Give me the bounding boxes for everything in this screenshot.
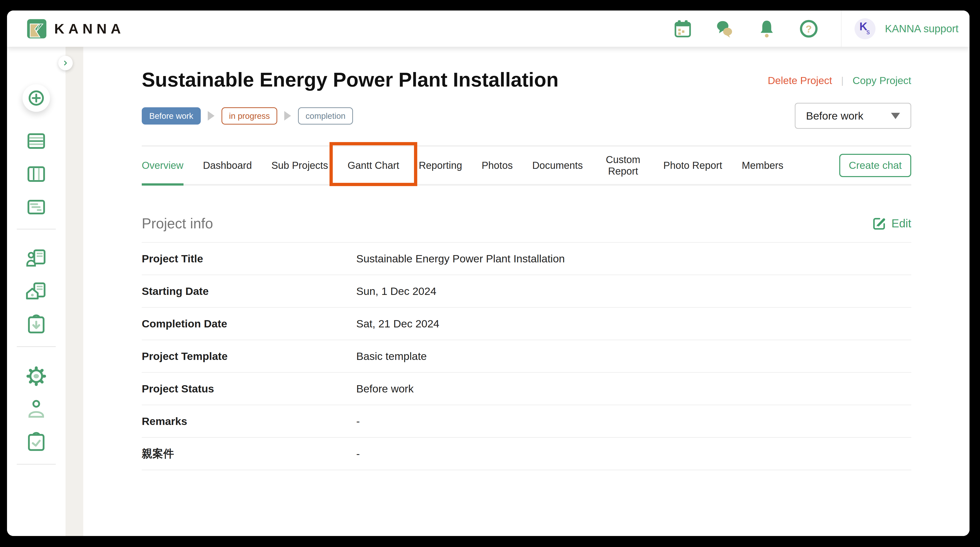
kanban-columns-icon <box>24 162 48 186</box>
sidebar-divider <box>17 346 56 347</box>
status-badge-before-work[interactable]: Before work <box>142 107 201 124</box>
clipboard-download-icon <box>24 313 48 336</box>
row-label: Completion Date <box>142 317 356 330</box>
header-divider <box>841 11 842 47</box>
sidebar-divider <box>17 229 56 230</box>
avatar[interactable]: K s <box>854 18 875 39</box>
status-flow: Before work in progress completion Befor… <box>142 103 911 129</box>
flow-arrow-icon <box>284 111 291 121</box>
kanna-logo[interactable]: KANNA <box>26 18 125 39</box>
tab-sub-projects[interactable]: Sub Projects <box>271 147 328 184</box>
table-row: Project Title Sustainable Energy Power P… <box>142 242 911 274</box>
person-icon <box>24 397 48 421</box>
kanna-logo-icon <box>26 18 47 39</box>
plus-circle-icon <box>27 89 46 108</box>
row-value: Before work <box>356 383 414 395</box>
gear-icon <box>24 364 48 388</box>
calendar-icon[interactable] <box>673 19 692 38</box>
tab-dashboard[interactable]: Dashboard <box>203 147 252 184</box>
user-name[interactable]: KANNA support <box>885 23 958 35</box>
flow-arrow-icon <box>208 111 215 121</box>
edit-button-label: Edit <box>891 217 911 230</box>
table-row: Completion Date Sat, 21 Dec 2024 <box>142 307 911 340</box>
tab-overview[interactable]: Overview <box>142 147 183 184</box>
row-label: Project Title <box>142 253 356 265</box>
row-value: Sustainable Energy Power Plant Installat… <box>356 253 565 265</box>
sidebar-item-create-project[interactable] <box>22 84 50 112</box>
tab-gantt-chart[interactable]: Gantt Chart <box>347 147 399 184</box>
tab-photo-report[interactable]: Photo Report <box>663 147 722 184</box>
top-header: KANNA <box>7 11 969 47</box>
edit-button[interactable]: Edit <box>872 216 911 230</box>
sidebar-item-tasks[interactable] <box>24 431 48 454</box>
row-label: Remarks <box>142 415 356 427</box>
tab-reporting[interactable]: Reporting <box>419 147 462 184</box>
edit-pencil-icon <box>872 216 886 230</box>
row-value: - <box>356 415 360 427</box>
row-label: Project Template <box>142 350 356 362</box>
bell-icon[interactable] <box>757 19 776 38</box>
row-value: Sun, 1 Dec 2024 <box>356 285 436 297</box>
sidebar <box>7 47 65 536</box>
table-row: 親案件 - <box>142 437 911 470</box>
table-row: Project Template Basic template <box>142 340 911 372</box>
tab-documents[interactable]: Documents <box>532 147 583 184</box>
tab-gantt-chart-label: Gantt Chart <box>347 159 399 171</box>
svg-text:?: ? <box>805 23 812 35</box>
report-card-icon <box>24 195 48 219</box>
row-label: Starting Date <box>142 285 356 297</box>
sidebar-item-settings[interactable] <box>24 364 48 388</box>
brand-wordmark: KANNA <box>54 21 125 37</box>
table-row: Project Status Before work <box>142 372 911 405</box>
actions-separator: | <box>841 75 843 86</box>
status-badge-in-progress[interactable]: in progress <box>221 107 277 124</box>
help-icon[interactable]: ? <box>799 19 818 38</box>
sidebar-divider <box>17 464 56 464</box>
table-row: Remarks - <box>142 405 911 437</box>
project-info-table: Project Title Sustainable Energy Power P… <box>142 242 911 470</box>
app-window: KANNA <box>7 11 969 536</box>
sidebar-item-inbox-import[interactable] <box>24 313 48 336</box>
status-badge-completion[interactable]: completion <box>298 107 353 124</box>
avatar-initial-top: K <box>859 20 867 33</box>
project-actions: Delete Project | Copy Project <box>768 75 911 86</box>
clipboard-check-icon <box>24 431 48 454</box>
sidebar-item-project-report[interactable] <box>24 195 48 219</box>
tab-members[interactable]: Members <box>742 147 783 184</box>
header-actions: ? K s KANNA support <box>673 11 969 47</box>
chevron-right-icon <box>62 59 69 67</box>
row-value: Sat, 21 Dec 2024 <box>356 317 439 330</box>
avatar-initial-bottom: s <box>867 28 870 36</box>
table-row: Starting Date Sun, 1 Dec 2024 <box>142 274 911 307</box>
sidebar-item-profile[interactable] <box>24 397 48 421</box>
sidebar-item-project-board[interactable] <box>24 162 48 186</box>
row-label: 親案件 <box>142 447 356 461</box>
status-dropdown[interactable]: Before work <box>795 103 911 129</box>
sidebar-item-client-contacts[interactable] <box>24 247 48 270</box>
status-dropdown-value: Before work <box>806 110 863 122</box>
sidebar-item-client-sites[interactable] <box>24 280 48 303</box>
page-title: Sustainable Energy Power Plant Installat… <box>142 68 558 91</box>
app-body: Sustainable Energy Power Plant Installat… <box>7 47 969 536</box>
main-content: Sustainable Energy Power Plant Installat… <box>83 47 969 536</box>
sidebar-expand-button[interactable] <box>58 56 73 70</box>
house-document-icon <box>24 280 48 303</box>
chevron-down-icon <box>891 113 900 119</box>
collapsed-panel-rail <box>65 47 83 536</box>
tab-custom-report[interactable]: Custom Report <box>602 147 644 184</box>
list-icon <box>24 129 48 153</box>
row-value: - <box>356 448 360 460</box>
delete-project-link[interactable]: Delete Project <box>768 75 832 86</box>
create-chat-button[interactable]: Create chat <box>839 154 911 177</box>
person-document-icon <box>24 247 48 270</box>
row-label: Project Status <box>142 383 356 395</box>
chat-icon[interactable] <box>715 19 735 38</box>
tab-photos[interactable]: Photos <box>482 147 513 184</box>
project-info-heading: Project info <box>142 215 213 231</box>
row-value: Basic template <box>356 350 427 362</box>
tab-bar: Overview Dashboard Sub Projects Gantt Ch… <box>142 145 911 186</box>
sidebar-item-project-list[interactable] <box>24 129 48 153</box>
copy-project-link[interactable]: Copy Project <box>853 75 911 86</box>
